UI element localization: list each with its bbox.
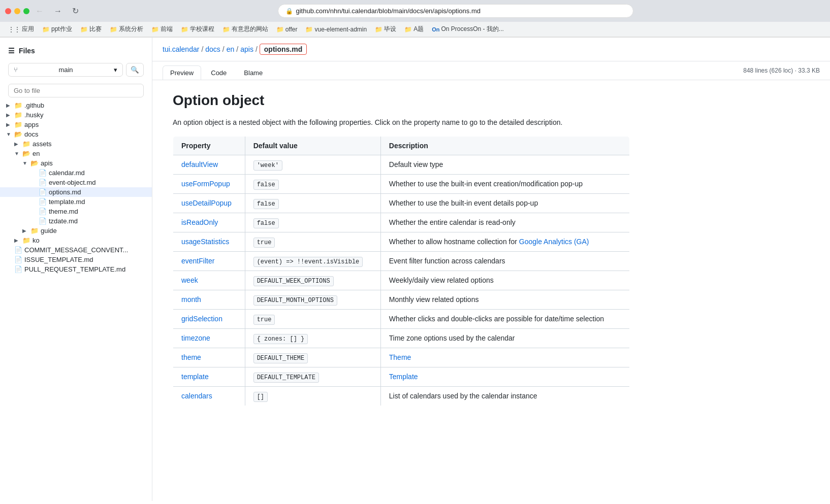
tab-code[interactable]: Code: [203, 65, 234, 80]
address-bar[interactable]: 🔒 github.com/nhn/tui.calendar/blob/main/…: [278, 4, 633, 18]
bookmark-bisai[interactable]: 📁 比赛: [77, 23, 105, 35]
file-icon: 📄: [39, 179, 47, 186]
folder-icon: 📁: [375, 26, 382, 33]
tree-label: event-object.md: [49, 179, 96, 186]
tree-item-tzdate-md[interactable]: ▶ 📄 tzdate.md: [0, 216, 152, 226]
property-link-defaultView[interactable]: defaultView: [181, 160, 218, 169]
on-icon: On: [432, 26, 439, 32]
tree-item-en[interactable]: ▼ 📂 en: [0, 149, 152, 158]
browser-chrome: ← → ↻ 🔒 github.com/nhn/tui.calendar/blob…: [0, 0, 830, 38]
property-link-useFormPopup[interactable]: useFormPopup: [181, 180, 230, 188]
property-link-timezone[interactable]: timezone: [181, 334, 210, 342]
bookmark-frontend[interactable]: 📁 前端: [148, 23, 176, 35]
bookmark-school[interactable]: 📁 学校课程: [178, 23, 217, 35]
default-value-useDetailPopup: false: [253, 199, 279, 209]
options-table: Property Default value Description defau…: [173, 136, 630, 406]
bookmark-processon[interactable]: On On ProcessOn - 我的...: [429, 23, 507, 35]
tree-label: assets: [33, 140, 52, 148]
description-link-usageStatistics[interactable]: Google Analytics (GA): [519, 238, 589, 246]
breadcrumb-apis[interactable]: apis: [240, 45, 253, 53]
tree-item-assets[interactable]: ▶ 📁 assets: [0, 139, 152, 149]
maximize-button[interactable]: [23, 8, 29, 14]
tree-item-apis[interactable]: ▼ 📂 apis: [0, 158, 152, 168]
description-cell-defaultView: Default view type: [380, 155, 629, 175]
tree-item-apps[interactable]: ▶ 📁 apps: [0, 120, 152, 129]
tab-blame[interactable]: Blame: [236, 65, 270, 80]
content-area: tui.calendar / docs / en / apis / option…: [152, 38, 830, 501]
minimize-button[interactable]: [14, 8, 20, 14]
tree-item-commit-msg[interactable]: ▶ 📄 COMMIT_MESSAGE_CONVENT...: [0, 245, 152, 255]
tree-item-pr-template[interactable]: ▶ 📄 PULL_REQUEST_TEMPLATE.md: [0, 264, 152, 274]
tree-item-guide[interactable]: ▶ 📁 guide: [0, 226, 152, 236]
folder-icon: 📁: [14, 111, 22, 119]
property-link-week[interactable]: week: [181, 276, 198, 284]
tree-item-issue-template[interactable]: ▶ 📄 ISSUE_TEMPLATE.md: [0, 255, 152, 264]
property-link-theme[interactable]: theme: [181, 353, 201, 361]
file-icon: 📄: [39, 169, 47, 177]
table-row: useDetailPopupfalseWhether to use the bu…: [173, 194, 630, 213]
default-value-template: DEFAULT_TEMPLATE: [253, 373, 319, 383]
description-cell-eventFilter: Event filter function across calendars: [380, 252, 629, 271]
breadcrumb-tui-calendar[interactable]: tui.calendar: [163, 45, 199, 53]
tree-item-template-md[interactable]: ▶ 📄 template.md: [0, 197, 152, 207]
bookmark-bishe[interactable]: 📁 毕设: [372, 23, 399, 35]
tree-item-event-object[interactable]: ▶ 📄 event-object.md: [0, 178, 152, 187]
bookmark-interesting[interactable]: 📁 有意思的网站: [219, 23, 271, 35]
bookmark-vue[interactable]: 📁 vue-element-admin: [302, 24, 370, 35]
tree-item-theme-md[interactable]: ▶ 📄 theme.md: [0, 207, 152, 216]
url-text: github.com/nhn/tui.calendar/blob/main/do…: [296, 7, 481, 15]
bookmark-atitle[interactable]: 📁 A题: [401, 23, 427, 35]
table-row: themeDEFAULT_THEMETheme: [173, 348, 630, 367]
default-value-defaultView: 'week': [253, 160, 282, 171]
reload-button[interactable]: ↻: [69, 5, 82, 17]
table-row: defaultView'week'Default view type: [173, 155, 630, 175]
folder-icon: 📁: [110, 26, 117, 33]
branch-selector[interactable]: ⑂ main ▾: [8, 63, 123, 77]
default-value-useFormPopup: false: [253, 180, 279, 190]
sidebar-controls: ⑂ main ▾ 🔍: [0, 59, 152, 81]
tree-label: tzdate.md: [49, 217, 78, 225]
breadcrumb-docs[interactable]: docs: [205, 45, 220, 53]
property-link-usageStatistics[interactable]: usageStatistics: [181, 238, 229, 246]
close-button[interactable]: [5, 8, 11, 14]
apps-bookmark[interactable]: ⋮⋮ 应用: [5, 23, 37, 35]
description-cell-useFormPopup: Whether to use the built-in event creati…: [380, 175, 629, 194]
folder-icon: 📁: [22, 237, 30, 244]
forward-button[interactable]: →: [51, 6, 65, 17]
folder-icon: 📁: [305, 26, 313, 33]
tree-item-options-md[interactable]: ▶ 📄 options.md: [0, 187, 152, 197]
tree-item-ko[interactable]: ▶ 📁 ko: [0, 236, 152, 245]
default-value-eventFilter: (event) => !!event.isVisible: [253, 257, 363, 267]
markdown-content: Option object An option object is a nest…: [152, 80, 650, 418]
tree-item-docs[interactable]: ▼ 📂 docs: [0, 129, 152, 139]
file-icon: 📄: [14, 265, 22, 273]
breadcrumb-en[interactable]: en: [227, 45, 235, 53]
default-value-usageStatistics: true: [253, 238, 275, 248]
file-icon: 📄: [39, 217, 47, 225]
description-link-template[interactable]: Template: [389, 373, 418, 381]
property-link-eventFilter[interactable]: eventFilter: [181, 257, 214, 265]
description-cell-theme: Theme: [380, 348, 629, 367]
search-button[interactable]: 🔍: [126, 63, 144, 77]
description-cell-isReadOnly: Whether the entire calendar is read-only: [380, 213, 629, 232]
property-link-calendars[interactable]: calendars: [181, 392, 212, 400]
page-title: Option object: [173, 92, 630, 109]
property-link-template[interactable]: template: [181, 373, 209, 381]
sidebar-search: [0, 81, 152, 100]
table-header-row: Property Default value Description: [173, 137, 630, 155]
tree-item-calendar-md[interactable]: ▶ 📄 calendar.md: [0, 168, 152, 178]
property-link-isReadOnly[interactable]: isReadOnly: [181, 218, 218, 226]
bookmark-ppt[interactable]: 📁 ppt作业: [39, 23, 75, 35]
property-link-useDetailPopup[interactable]: useDetailPopup: [181, 199, 232, 207]
description-link-theme[interactable]: Theme: [389, 353, 411, 361]
go-to-file-input[interactable]: [8, 84, 144, 97]
bookmark-offer[interactable]: 📁 offer: [273, 24, 301, 35]
property-link-gridSelection[interactable]: gridSelection: [181, 315, 222, 323]
branch-label: main: [58, 66, 73, 74]
tab-preview[interactable]: Preview: [163, 65, 201, 80]
tree-item-github[interactable]: ▶ 📁 .github: [0, 100, 152, 110]
bookmark-system[interactable]: 📁 系统分析: [107, 23, 146, 35]
property-link-month[interactable]: month: [181, 295, 201, 304]
back-button[interactable]: ←: [33, 6, 47, 17]
tree-item-husky[interactable]: ▶ 📁 .husky: [0, 110, 152, 120]
